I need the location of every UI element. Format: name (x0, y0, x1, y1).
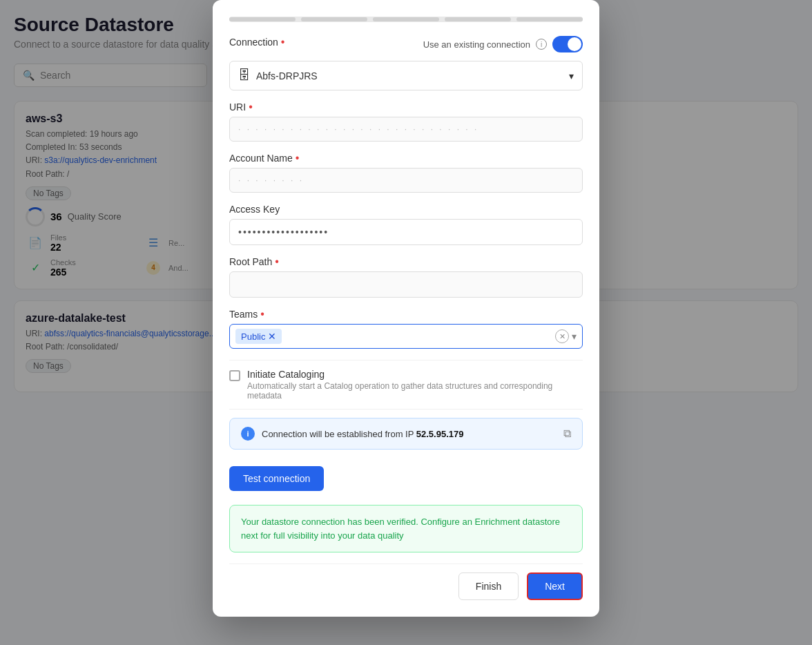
public-tag-label: Public (241, 331, 265, 342)
teams-chevron-icon[interactable]: ▾ (572, 331, 577, 342)
next-button[interactable]: Next (527, 572, 583, 600)
uri-required: • (249, 102, 253, 113)
remove-public-tag-icon[interactable]: ✕ (268, 331, 276, 342)
ip-banner-left: i Connection will be established from IP… (241, 427, 463, 441)
progress-seg-5 (516, 17, 583, 21)
root-path-label: Root Path • (229, 256, 583, 267)
copy-ip-icon[interactable]: ⧉ (563, 427, 571, 440)
teams-clear-row: ✕ ▾ (555, 329, 577, 343)
teams-section: Teams • Public ✕ ✕ ▾ (229, 309, 583, 349)
connection-label: Connection • (229, 37, 284, 48)
progress-bar (229, 17, 583, 22)
progress-seg-1 (229, 17, 296, 21)
teams-label: Teams • (229, 309, 583, 320)
toggle-thumb (568, 37, 581, 51)
info-circle-icon: i (241, 427, 255, 441)
modal: Connection • Use an existing connection … (213, 0, 599, 617)
root-path-section: Root Path • (229, 256, 583, 298)
public-tag-chip: Public ✕ (235, 329, 282, 344)
clear-teams-icon[interactable]: ✕ (555, 329, 569, 343)
chevron-down-icon: ▾ (569, 70, 574, 81)
initiate-cataloging-checkbox[interactable] (229, 370, 240, 381)
test-connection-button[interactable]: Test connection (229, 466, 324, 491)
modal-footer: Finish Next ← (229, 564, 583, 600)
initiate-cataloging-desc: Automatically start a Catalog operation … (247, 381, 583, 401)
uri-input[interactable] (229, 117, 583, 142)
success-banner: Your datastore connection has been verif… (229, 505, 583, 552)
progress-seg-3 (373, 17, 439, 21)
access-key-input[interactable] (229, 219, 583, 245)
use-existing-row: Use an existing connection i (423, 36, 583, 52)
connection-required: • (281, 37, 285, 48)
access-key-label: Access Key (229, 204, 583, 215)
connection-select[interactable]: 🗄 Abfs-DRPJRS ▾ (229, 61, 583, 90)
progress-seg-4 (445, 17, 511, 21)
db-icon: 🗄 (238, 68, 251, 83)
account-name-label: Account Name • (229, 153, 583, 164)
ip-text: Connection will be established from IP 5… (262, 429, 463, 439)
modal-overlay: Connection • Use an existing connection … (0, 0, 812, 645)
connection-value: Abfs-DRPJRS (256, 70, 318, 81)
root-path-input[interactable] (229, 271, 583, 298)
connection-dropdown-section: 🗄 Abfs-DRPJRS ▾ (229, 61, 583, 90)
teams-required: • (260, 309, 264, 320)
initiate-cataloging-text: Initiate Cataloging Automatically start … (247, 369, 583, 401)
teams-field[interactable]: Public ✕ ✕ ▾ (229, 324, 583, 349)
ip-address: 52.5.95.179 (416, 429, 464, 439)
root-path-required: • (275, 256, 279, 267)
account-name-required: • (296, 153, 300, 164)
initiate-cataloging-label: Initiate Cataloging (247, 369, 583, 380)
uri-label: URI • (229, 102, 583, 113)
finish-button[interactable]: Finish (458, 572, 519, 600)
use-existing-text: Use an existing connection (423, 39, 530, 50)
account-name-input[interactable] (229, 168, 583, 193)
initiate-cataloging-row: Initiate Cataloging Automatically start … (229, 360, 583, 410)
access-key-section: Access Key (229, 204, 583, 245)
ip-info-banner: i Connection will be established from IP… (229, 418, 583, 450)
use-existing-info-icon[interactable]: i (536, 39, 547, 50)
progress-seg-2 (301, 17, 367, 21)
connection-select-inner: 🗄 Abfs-DRPJRS (238, 68, 318, 83)
uri-section: URI • (229, 102, 583, 142)
account-name-section: Account Name • (229, 153, 583, 193)
connection-row: Connection • Use an existing connection … (229, 36, 583, 52)
use-existing-toggle[interactable] (552, 36, 583, 52)
